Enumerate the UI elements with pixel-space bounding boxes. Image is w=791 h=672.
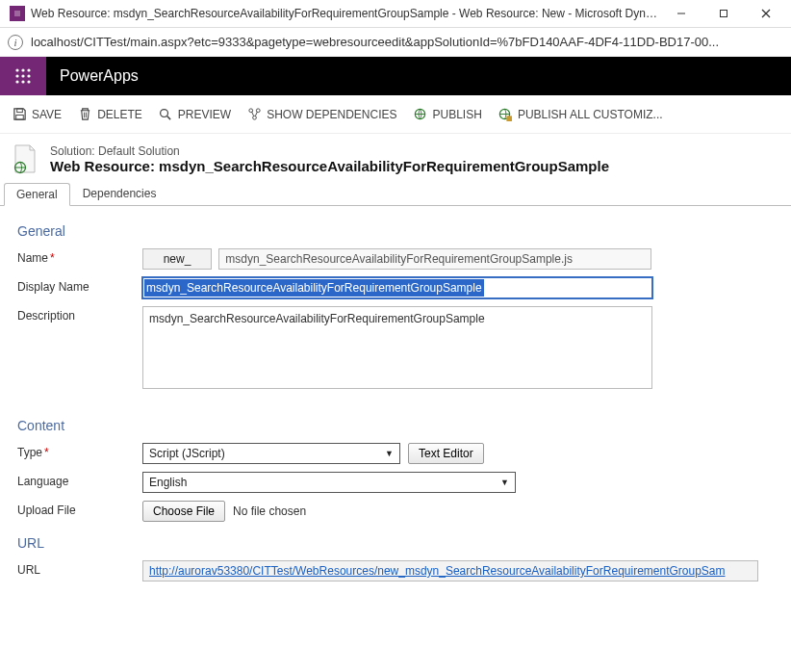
solution-line: Solution: Default Solution [50, 144, 609, 158]
display-name-input[interactable]: msdyn_SearchResourceAvailabilityForRequi… [142, 277, 652, 298]
preview-button[interactable]: PREVIEW [158, 107, 231, 122]
row-name: Name* new_ msdyn_SearchResourceAvailabil… [17, 248, 774, 270]
publish-button[interactable]: PUBLISH [413, 107, 482, 122]
svg-point-13 [27, 80, 30, 83]
delete-icon [77, 107, 92, 122]
url-link[interactable]: http://aurorav53380/CITTest/WebResources… [149, 564, 726, 578]
address-url[interactable]: localhost/CITTest/main.aspx?etc=9333&pag… [31, 35, 719, 49]
save-icon [12, 107, 27, 122]
svg-point-6 [21, 68, 24, 71]
language-select[interactable]: English ▼ [142, 472, 516, 493]
row-description: Description msdyn_SearchResourceAvailabi… [17, 306, 774, 389]
label-type: Type* [17, 443, 142, 459]
tab-general[interactable]: General [4, 183, 70, 206]
section-url-title: URL [17, 535, 774, 551]
label-upload-file: Upload File [17, 501, 142, 517]
label-url: URL [17, 560, 142, 577]
form-general: General Name* new_ msdyn_SearchResourceA… [0, 206, 791, 628]
svg-point-5 [15, 68, 18, 71]
publish-all-label: PUBLISH ALL CUSTOMIZ... [518, 108, 663, 121]
delete-button[interactable]: DELETE [77, 107, 142, 122]
row-type: Type* Script (JScript) ▼ Text Editor [17, 443, 774, 464]
type-select-value: Script (JScript) [149, 447, 225, 460]
svg-line-23 [251, 112, 253, 116]
minimize-button[interactable] [660, 0, 702, 27]
page-title: Web Resource: msdyn_SearchResourceAvaila… [50, 158, 609, 174]
svg-rect-15 [15, 115, 23, 119]
svg-point-22 [252, 116, 256, 119]
window-titlebar: Web Resource: msdyn_SearchResourceAvaila… [0, 0, 791, 28]
section-content-title: Content [17, 418, 774, 433]
description-input[interactable]: msdyn_SearchResourceAvailabilityForRequi… [142, 306, 652, 389]
close-button[interactable] [745, 0, 787, 27]
window-title: Web Resource: msdyn_SearchResourceAvaila… [31, 7, 660, 20]
label-language: Language [17, 472, 142, 488]
svg-point-11 [15, 80, 18, 83]
svg-point-8 [15, 74, 18, 77]
svg-line-19 [167, 116, 171, 120]
type-select[interactable]: Script (JScript) ▼ [142, 443, 400, 464]
svg-rect-27 [507, 116, 513, 121]
svg-point-18 [161, 110, 168, 117]
row-display-name: Display Name msdyn_SearchResourceAvailab… [17, 277, 774, 298]
address-bar: i localhost/CITTest/main.aspx?etc=9333&p… [0, 28, 791, 57]
app-launcher-button[interactable] [0, 57, 46, 95]
preview-icon [158, 107, 173, 122]
row-language: Language English ▼ [17, 472, 774, 493]
save-label: SAVE [32, 108, 62, 121]
choose-file-button[interactable]: Choose File [142, 501, 225, 522]
label-display-name: Display Name [17, 277, 142, 294]
file-status: No file chosen [233, 504, 306, 518]
info-icon[interactable]: i [8, 35, 23, 50]
chevron-down-icon: ▼ [385, 449, 394, 458]
show-dependencies-label: SHOW DEPENDENCIES [267, 108, 396, 121]
save-button[interactable]: SAVE [12, 107, 62, 122]
tabs: General Dependencies [0, 182, 791, 206]
powerapps-label: PowerApps [60, 67, 139, 85]
label-name: Name* [17, 248, 142, 265]
svg-line-24 [255, 112, 257, 116]
preview-label: PREVIEW [178, 108, 231, 121]
web-resource-icon [12, 143, 38, 174]
svg-point-10 [27, 74, 30, 77]
text-editor-button[interactable]: Text Editor [408, 443, 484, 464]
app-icon [10, 6, 25, 21]
publish-label: PUBLISH [433, 108, 482, 121]
dependencies-icon [246, 107, 262, 122]
name-prefix: new_ [142, 248, 212, 270]
row-url: URL http://aurorav53380/CITTest/WebResou… [17, 560, 774, 582]
chevron-down-icon: ▼ [500, 478, 509, 487]
show-dependencies-button[interactable]: SHOW DEPENDENCIES [246, 107, 396, 122]
publish-all-button[interactable]: PUBLISH ALL CUSTOMIZ... [498, 107, 663, 122]
svg-point-9 [21, 74, 24, 77]
language-select-value: English [149, 476, 187, 489]
display-name-selected-text: msdyn_SearchResourceAvailabilityForRequi… [144, 279, 484, 297]
publish-icon [413, 107, 428, 122]
svg-rect-2 [721, 11, 727, 17]
publish-all-icon [498, 107, 513, 122]
url-readonly[interactable]: http://aurorav53380/CITTest/WebResources… [142, 560, 758, 582]
maximize-button[interactable] [702, 0, 745, 27]
svg-point-12 [21, 80, 24, 83]
page-header: Solution: Default Solution Web Resource:… [0, 134, 791, 182]
row-upload-file: Upload File Choose File No file chosen [17, 501, 774, 522]
svg-point-7 [27, 68, 30, 71]
delete-label: DELETE [97, 108, 142, 121]
ribbon-header: PowerApps [0, 57, 791, 95]
command-bar: SAVE DELETE PREVIEW SHOW DEPENDENCIES PU… [0, 95, 791, 134]
tab-dependencies[interactable]: Dependencies [70, 182, 169, 205]
name-input[interactable]: msdyn_SearchResourceAvailabilityForRequi… [218, 248, 651, 270]
label-description: Description [17, 306, 142, 323]
section-general-title: General [17, 223, 774, 239]
